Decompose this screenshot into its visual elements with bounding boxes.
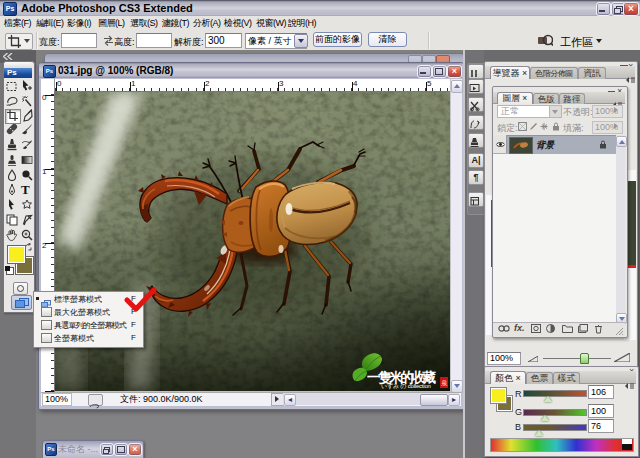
svg-text:いずみ の collection: いずみ の collection — [381, 383, 431, 390]
svg-text:泉: 泉 — [441, 380, 448, 386]
